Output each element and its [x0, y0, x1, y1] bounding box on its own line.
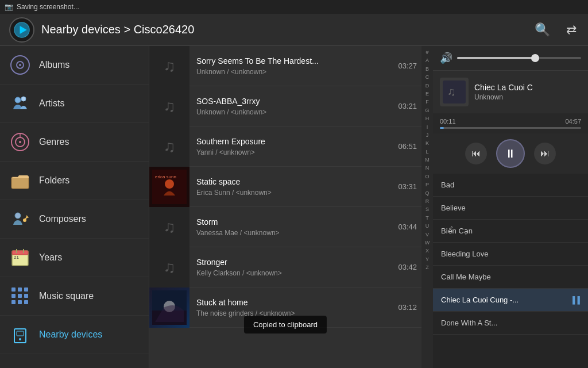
song-title: SOS-ABBA_3rrxy: [196, 97, 391, 106]
alpha-letter-F[interactable]: F: [425, 98, 429, 106]
song-thumbnail: ♫: [149, 207, 189, 247]
song-duration: 03:27: [398, 62, 421, 70]
song-row[interactable]: ♫ Storm Vanessa Mae / <unknown> 03:44: [149, 207, 421, 247]
playlist-item[interactable]: Bleeding Love: [433, 243, 588, 266]
music-note-icon: ♫: [164, 97, 176, 116]
music-square-icon: [9, 285, 31, 307]
sidebar-item-composers[interactable]: Composers: [0, 200, 149, 239]
song-info: Southern Exposure Yanni / <unknown>: [189, 137, 398, 156]
song-artist: Yanni / <unknown>: [196, 148, 391, 156]
volume-bar: 🔊: [433, 46, 588, 71]
svg-rect-28: [11, 300, 16, 304]
svg-rect-24: [24, 288, 28, 292]
alpha-letter-P[interactable]: P: [425, 181, 429, 189]
sidebar-item-artists[interactable]: Artists: [0, 85, 149, 123]
alpha-letter-R[interactable]: R: [425, 197, 430, 205]
albums-icon: [9, 54, 31, 76]
previous-button[interactable]: ⏮: [465, 143, 487, 164]
alpha-letter-H[interactable]: H: [425, 114, 430, 122]
track-artist: Unknown: [474, 93, 581, 101]
song-row[interactable]: erica sunn Static space Erica Sunn / <un…: [149, 167, 421, 207]
alpha-letter-T[interactable]: T: [425, 214, 429, 222]
alpha-letter-O[interactable]: O: [425, 172, 429, 181]
app-logo: [9, 17, 34, 43]
alpha-letter-V[interactable]: V: [425, 231, 429, 239]
playlist-item[interactable]: Biển Cạn: [433, 220, 588, 243]
folders-icon: [9, 170, 31, 191]
alpha-letter-D[interactable]: D: [425, 82, 430, 90]
track-title: Chiec La Cuoi C: [474, 83, 581, 92]
alpha-letter-C[interactable]: C: [425, 73, 430, 81]
alpha-letter-W[interactable]: W: [425, 239, 430, 247]
song-row[interactable]: ♫ Sorry Seems To Be The Hardest... Unkno…: [149, 46, 421, 86]
svg-text:21: 21: [14, 255, 19, 260]
track-artwork: ♫: [440, 78, 469, 106]
alpha-letter-#[interactable]: #: [425, 48, 428, 56]
alpha-letter-S[interactable]: S: [425, 205, 429, 213]
playlist-item[interactable]: Done With A St...: [433, 312, 588, 335]
alpha-letter-X[interactable]: X: [425, 247, 429, 255]
alpha-letter-A[interactable]: A: [425, 56, 429, 64]
alpha-letter-B[interactable]: B: [425, 65, 429, 73]
alpha-letter-G[interactable]: G: [425, 106, 429, 114]
progress-fill: [440, 127, 444, 129]
song-row[interactable]: Stuck at home The noise grinders / <unkn…: [149, 288, 421, 328]
alpha-letter-L[interactable]: L: [425, 148, 428, 156]
alpha-letter-J[interactable]: J: [426, 131, 429, 139]
alpha-letter-Q[interactable]: Q: [425, 189, 429, 197]
main-content: Albums Artists: [0, 46, 588, 368]
shuffle-button[interactable]: ⇄: [564, 20, 579, 40]
alpha-letter-I[interactable]: I: [427, 123, 428, 131]
svg-point-10: [19, 141, 21, 143]
song-duration: 03:42: [398, 263, 421, 271]
song-row[interactable]: ♫ SOS-ABBA_3rrxy Unknown / <unknown> 03:…: [149, 86, 421, 126]
genres-icon: [9, 131, 31, 153]
alpha-letter-U[interactable]: U: [425, 222, 430, 230]
song-artist: Erica Sunn / <unknown>: [196, 189, 391, 197]
alphabet-scroll: #ABCDEFGHIJKLMNOPQRSTUVWXYZ: [421, 46, 433, 368]
track-info: ♫ Chiec La Cuoi C Unknown: [433, 71, 588, 113]
playlist-item[interactable]: Bad: [433, 174, 588, 197]
sidebar-item-folders[interactable]: Folders: [0, 162, 149, 200]
song-title: Stronger: [196, 258, 391, 267]
progress-track[interactable]: [440, 127, 581, 129]
song-duration: 06:51: [398, 142, 421, 151]
song-thumbnail: ♫: [149, 247, 189, 288]
svg-rect-12: [11, 177, 29, 189]
search-button[interactable]: 🔍: [532, 20, 552, 40]
volume-icon: 🔊: [440, 52, 452, 64]
sidebar-item-genres-label: Genres: [39, 137, 69, 147]
sidebar-item-genres[interactable]: Genres: [0, 123, 149, 162]
alpha-letter-E[interactable]: E: [425, 90, 429, 98]
song-info: Stronger Kelly Clarkson / <unknown>: [189, 258, 398, 277]
alpha-letter-M[interactable]: M: [425, 156, 430, 164]
alpha-letter-K[interactable]: K: [425, 139, 429, 147]
next-button[interactable]: ⏭: [534, 143, 556, 164]
svg-point-5: [15, 97, 21, 103]
song-info: Stuck at home The noise grinders / <unkn…: [189, 298, 398, 317]
song-thumbnail: [149, 288, 189, 328]
playlist-item[interactable]: Believe: [433, 197, 588, 220]
svg-rect-30: [24, 300, 28, 304]
sidebar-item-nearby-devices[interactable]: Nearby devices: [0, 316, 149, 354]
playlist-item[interactable]: Call Me Maybe: [433, 266, 588, 289]
status-text: Saving screenshot...: [17, 3, 79, 11]
alpha-letter-Z[interactable]: Z: [425, 263, 429, 271]
breadcrumb: Nearby devices > Cisco26420: [41, 23, 532, 36]
music-note-icon: ♫: [164, 218, 176, 236]
sidebar-item-years[interactable]: 21 Years: [0, 239, 149, 277]
song-info: Storm Vanessa Mae / <unknown>: [189, 217, 398, 237]
pause-button[interactable]: ⏸: [496, 139, 525, 168]
current-time: 00:11: [440, 118, 456, 125]
song-thumbnail: ♫: [149, 86, 189, 126]
alpha-letter-N[interactable]: N: [425, 164, 430, 172]
alpha-letter-Y[interactable]: Y: [425, 255, 429, 263]
playlist-item[interactable]: Chiec La Cuoi Cung -...▐▐: [433, 289, 588, 312]
song-row[interactable]: ♫ Stronger Kelly Clarkson / <unknown> 03…: [149, 247, 421, 288]
sidebar-item-albums[interactable]: Albums: [0, 46, 149, 85]
sidebar-item-music-square[interactable]: Music square: [0, 277, 149, 316]
volume-track[interactable]: [457, 57, 581, 59]
svg-point-35: [165, 179, 174, 189]
song-row[interactable]: ♫ Southern Exposure Yanni / <unknown> 06…: [149, 126, 421, 167]
song-artist: Unknown / <unknown>: [196, 68, 391, 76]
